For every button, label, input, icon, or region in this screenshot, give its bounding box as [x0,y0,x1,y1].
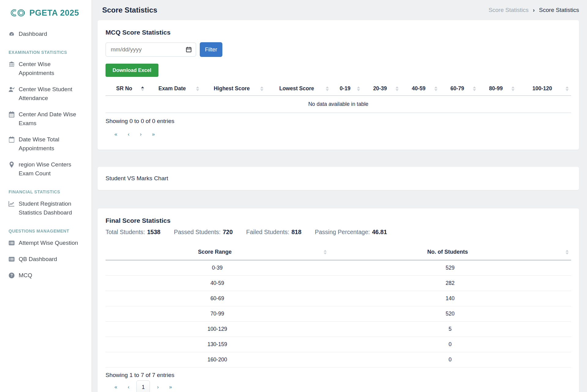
column-label: No. of Students [427,249,468,255]
first-page-button[interactable]: « [109,128,122,140]
table-row: 40-59282 [106,276,571,291]
column-header-lowest-score[interactable]: Lowest Score [266,82,332,96]
score-range-cell: 40-59 [106,276,329,291]
score-range-cell: 70-99 [106,306,329,322]
breadcrumb-current: Score Statistics [539,7,579,13]
column-label: 100-120 [533,85,552,91]
breadcrumb-parent[interactable]: Score Statistics [489,7,529,13]
sort-icon [396,86,399,91]
column-label: Score Range [198,249,232,255]
students-count-cell: 529 [329,260,571,276]
brand-logo[interactable]: PGETA 2025 [9,7,87,18]
final-table-info: Showing 1 to 7 of 7 entries [106,372,571,379]
filter-button[interactable]: Filter [200,42,222,57]
column-header-100-120[interactable]: 100-120 [517,82,571,96]
column-header-0-19[interactable]: 0-19 [331,82,362,96]
chart-line-icon [9,201,15,207]
next-page-button[interactable]: › [135,128,147,140]
score-range-cell: 100-129 [106,322,329,337]
summary-stats-row: Total Students:1538 Passed Students:720 … [106,229,571,236]
question-circle-icon: ? [9,272,15,278]
mcq-header-row: SR No Exam Date Highest Score Lowest Sco… [106,82,571,96]
first-page-button[interactable]: « [109,381,122,392]
brand-title: PGETA 2025 [29,8,79,18]
content: MCQ Score Statistics Filter Download Exc… [92,20,587,392]
column-header-score-range[interactable]: Score Range [106,244,329,260]
sort-icon [326,86,329,91]
sort-icon [357,86,360,91]
table-row: 0-39529 [106,260,571,276]
last-page-button[interactable]: » [147,128,160,140]
column-header-60-79[interactable]: 60-79 [440,82,478,96]
column-header-exam-date[interactable]: Exam Date [147,82,202,96]
students-count-cell: 5 [329,322,571,337]
sidebar-item-region-wise-centers-exam-count[interactable]: region Wise Centers Exam Count [9,156,87,181]
stat-label: Total Students: [106,229,145,235]
sort-icon [434,86,437,91]
score-range-cell: 130-159 [106,337,329,352]
calendar-icon [9,111,15,118]
card-list-icon [9,256,15,262]
column-header-highest-score[interactable]: Highest Score [202,82,266,96]
column-header-no-of-students[interactable]: No. of Students [329,244,571,260]
sidebar-nav: Dashboard EXAMINATION STATISTICS Center … [9,26,87,279]
sidebar-item-student-registration-statistics-dashboard[interactable]: Student Registration Statistics Dashboar… [9,196,87,221]
map-pin-icon [9,162,15,168]
score-range-cell: 60-69 [106,291,329,306]
sort-icon [566,250,569,254]
mcq-table-info: Showing 0 to 0 of 0 entries [106,118,571,125]
empty-message: No data available in table [106,96,571,113]
sidebar-item-center-wise-appointments[interactable]: Center Wise Appointments [9,56,87,81]
empty-row: No data available in table [106,96,571,113]
final-card-heading: Final Score Statistics [106,217,571,224]
previous-page-button[interactable]: ‹ [122,381,135,392]
sidebar-item-label: region Wise Centers Exam Count [19,160,87,178]
column-label: 80-99 [489,85,503,91]
sidebar-item-label: Center Wise Appointments [19,60,87,77]
next-page-button[interactable]: › [152,381,164,392]
stat-label: Passed Students: [174,229,221,235]
sidebar-item-qb-dashboard[interactable]: QB Dashboard [9,251,87,267]
sidebar-item-attempt-wise-question[interactable]: Attempt Wise Question [9,235,87,251]
sidebar-scroll-area[interactable]: PGETA 2025 Dashboard EXAMINATION STATIST… [0,0,91,279]
sidebar-item-label: Date Wise Total Appointments [19,135,87,153]
bank-icon [9,61,15,67]
column-header-20-39[interactable]: 20-39 [362,82,401,96]
sidebar-item-center-and-date-wise-exams[interactable]: Center And Date Wise Exams [9,106,87,131]
table-row: 130-1590 [106,337,571,352]
previous-page-button[interactable]: ‹ [122,128,135,140]
stat-label: Failed Students: [246,229,289,235]
column-header-80-99[interactable]: 80-99 [478,82,517,96]
svg-text:?: ? [10,273,13,278]
sidebar-item-mcq[interactable]: ? MCQ [9,267,87,279]
students-count-cell: 282 [329,276,571,291]
sidebar-item-label: QB Dashboard [19,255,57,263]
sidebar-item-date-wise-total-appointments[interactable]: Date Wise Total Appointments [9,131,87,156]
sidebar-item-dashboard[interactable]: Dashboard [9,26,87,42]
final-pagination: « ‹ 1 › » [106,380,571,392]
stat-value: 720 [223,229,233,235]
mcq-card-heading: MCQ Score Statistics [106,29,571,36]
sort-icon [260,86,263,91]
stat-passing-percentage: Passing Percentage:46.81 [315,229,387,236]
sort-icon [511,86,515,91]
sidebar-item-label: Center And Date Wise Exams [19,110,87,128]
download-excel-button[interactable]: Download Excel [106,64,158,77]
chart-card-heading: Student VS Marks Chart [106,175,168,181]
sidebar-item-label: Attempt Wise Question [19,238,78,247]
students-count-cell: 520 [329,306,571,322]
final-header-row: Score Range No. of Students [106,244,571,260]
sidebar-item-center-wise-student-attendance[interactable]: Center Wise Student Attendance [9,81,87,106]
last-page-button[interactable]: » [164,381,177,392]
mcq-table: SR No Exam Date Highest Score Lowest Sco… [106,82,571,113]
chevron-right-icon: › [533,7,535,13]
table-row: 70-99520 [106,306,571,322]
column-header-sr-no[interactable]: SR No [106,82,147,96]
exam-date-input[interactable] [106,43,196,57]
stat-total-students: Total Students:1538 [106,229,160,236]
page-1-button[interactable]: 1 [136,380,150,392]
sidebar-section-examination-statistics: EXAMINATION STATISTICS [9,50,87,55]
sort-icon [324,250,327,254]
person-check-icon [9,86,15,92]
column-header-40-59[interactable]: 40-59 [401,82,440,96]
